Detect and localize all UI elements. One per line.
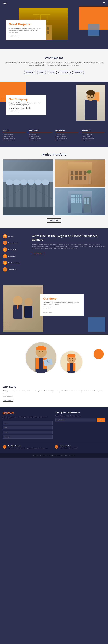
- story2-title: Our Story: [3, 385, 105, 388]
- builders-title: We're One Of The Largest And Most Establ…: [32, 234, 105, 242]
- newsletter-form: SUBMIT: [55, 418, 105, 422]
- apartments-svg: [68, 191, 92, 213]
- builders-read-more-button[interactable]: READ MORE: [32, 252, 44, 256]
- what-we-do-text: Lorem ipsum dolor sit amet, consectetur …: [4, 62, 104, 66]
- worker-circle-large: [25, 342, 57, 374]
- hero-read-more-button[interactable]: READ MORE: [9, 35, 19, 38]
- pill-finance[interactable]: FINANCE: [24, 70, 35, 74]
- info-columns-section: About Us Lorem sine dolor Amet et planni…: [0, 124, 108, 147]
- hero-section: Great Projects Aliquam erat volutpat. In…: [0, 7, 108, 49]
- svg-point-33: [13, 180, 20, 185]
- phone-numbers: + 012 543 7987 + 012 543 501 357: [60, 447, 78, 449]
- info-mission-title: Our Mission: [55, 130, 79, 132]
- building-label: Building: [8, 236, 13, 237]
- contact-office-detail: Our Office Location The Anderson Design …: [8, 445, 47, 449]
- story1-img-from: Image from Unsplash: [43, 312, 81, 313]
- svg-point-79: [24, 298, 32, 306]
- story1-text: Sample text. Click to select the Text fi…: [43, 302, 81, 305]
- svg-rect-75: [87, 202, 89, 204]
- info-benefits-title: All Benefits: [82, 130, 105, 132]
- story1-read-more-button[interactable]: READ MORE: [43, 307, 53, 310]
- company-card: Our Company Sample text. Click to select…: [6, 95, 46, 115]
- info-mission-item: Amet et planning: [55, 136, 79, 137]
- svg-rect-71: [80, 200, 81, 203]
- info-wwd-title: What We Do: [29, 130, 53, 132]
- info-mission-item: Lorem sine dolor: [55, 134, 79, 135]
- footer-text: Sample text. Click to enable the Text Ed…: [33, 455, 75, 456]
- contact-phone-detail: Phone (Landline) + 012 543 7987 + 012 54…: [60, 445, 78, 449]
- info-wwd-item: Tincidunt ulcer: [29, 140, 53, 141]
- development-icon: 📐: [3, 248, 7, 252]
- svg-rect-45: [79, 171, 82, 175]
- svg-rect-67: [71, 200, 73, 203]
- pill-activate[interactable]: ACTIVATE: [58, 70, 71, 74]
- icon-item-preconstruction: 🔨 Preconstruction: [3, 241, 29, 245]
- info-mission-item: Et magna dolore nisi: [55, 138, 79, 139]
- worker2-svg: [60, 350, 82, 374]
- svg-point-32: [6, 180, 13, 185]
- svg-rect-44: [75, 171, 78, 175]
- svg-rect-72: [84, 198, 86, 200]
- newsletter-email-input[interactable]: [55, 418, 96, 422]
- svg-rect-103: [73, 364, 75, 371]
- svg-rect-85: [36, 348, 46, 350]
- what-we-do-section: What We Do Lorem ipsum dolor sit amet, c…: [0, 49, 108, 82]
- svg-rect-59: [76, 195, 77, 197]
- info-about-item: Amet et planning: [3, 136, 26, 137]
- svg-rect-50: [84, 176, 86, 180]
- svg-rect-65: [78, 198, 79, 200]
- location-icon: 📍: [3, 445, 6, 448]
- portfolio-item-spa[interactable]: SPA Resort Sample text. Click to select …: [55, 160, 105, 187]
- phone-icon: 📞: [55, 445, 58, 448]
- svg-point-77: [13, 296, 22, 305]
- portfolio-item-apartments[interactable]: Luxury Apartments Sample text. Click to …: [55, 188, 105, 216]
- view-more-button[interactable]: VIEW MORE: [47, 218, 61, 222]
- pill-plan[interactable]: PLAN: [37, 70, 46, 74]
- svg-point-86: [39, 351, 40, 352]
- svg-rect-46: [84, 171, 86, 175]
- pill-operate[interactable]: OPERATE: [72, 70, 84, 74]
- story2-read-more-button[interactable]: READ MORE: [3, 399, 13, 402]
- contacts-top: Contacts Use our contact form for all in…: [3, 412, 105, 440]
- story2-section: Our Story Paragraph. Lorem ipsum dolor s…: [0, 385, 108, 407]
- hero-bg-blue: [88, 24, 99, 36]
- svg-rect-74: [84, 202, 86, 204]
- footer: Sample text. Click to enable the Text Ed…: [0, 453, 108, 458]
- office-title: Our Office Location: [8, 445, 47, 447]
- info-what-we-do: What We Do Lorem sine dolor Amet et plan…: [29, 130, 53, 141]
- pill-build[interactable]: BUILD: [48, 70, 57, 74]
- newsletter-submit-button[interactable]: SUBMIT: [97, 418, 105, 422]
- svg-rect-38: [3, 207, 53, 216]
- info-wwd-item: Lorem sine dolor: [29, 134, 53, 135]
- svg-rect-98: [67, 356, 75, 358]
- svg-point-37: [42, 180, 49, 185]
- company-section: · · · · ·· · · · ·· · · · ·· · · · ·· · …: [0, 82, 108, 124]
- preconstruction-label: Preconstruction: [8, 242, 18, 244]
- company-person-image: [76, 84, 105, 121]
- builders-icons-list: 🏗 Building 🔨 Preconstruction 📐 Developme…: [3, 234, 29, 274]
- svg-rect-58: [73, 195, 75, 197]
- circles-container: [3, 342, 105, 374]
- svg-rect-8: [47, 27, 49, 30]
- portfolio-item-pavilion[interactable]: The Pavilion Sample text. Click to selec…: [3, 160, 53, 216]
- svg-point-99: [69, 358, 71, 359]
- info-wwd-item: Et magna dolore nisi: [29, 138, 53, 139]
- svg-point-34: [20, 180, 27, 185]
- portfolio-grid: The Pavilion Sample text. Click to selec…: [3, 160, 105, 216]
- contact-message-input[interactable]: [3, 435, 53, 438]
- hero-description: Aliquam erat volutpat. In accumsan lacin…: [9, 28, 43, 31]
- nav-menu-icon[interactable]: ☰: [103, 2, 105, 5]
- info-about-item: Lorem sine dolor: [3, 134, 26, 135]
- svg-point-100: [72, 358, 73, 359]
- contact-name-input[interactable]: [3, 421, 53, 425]
- info-about-item: Vivaldi dictum Alberti: [3, 140, 26, 141]
- newsletter-right: Sign Up For The Newsletter Enter your e-…: [55, 412, 105, 440]
- contact-email-input[interactable]: [3, 426, 53, 430]
- contact-phone-input[interactable]: [3, 430, 53, 434]
- company-read-more-button[interactable]: READ MORE: [9, 110, 19, 112]
- leadership-label: Leadership: [8, 256, 15, 257]
- svg-point-36: [35, 180, 42, 185]
- svg-rect-68: [73, 200, 75, 203]
- svg-rect-12: [47, 31, 49, 34]
- svg-rect-49: [79, 176, 82, 180]
